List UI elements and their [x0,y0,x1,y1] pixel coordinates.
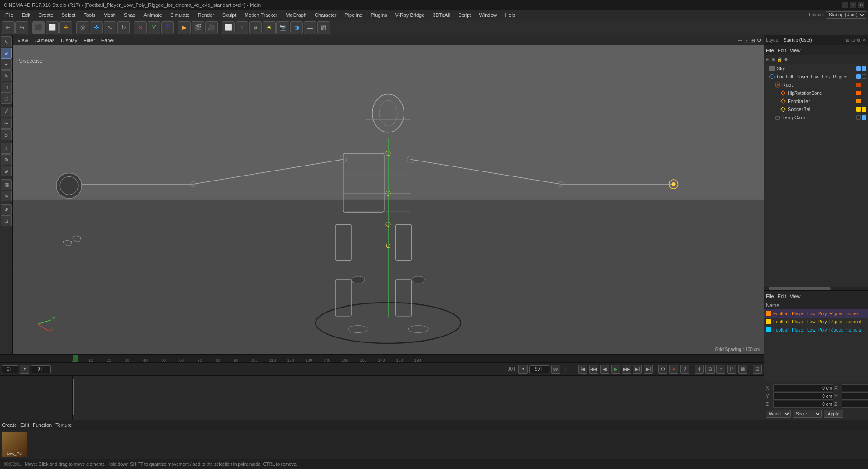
lock-x-button[interactable]: ✕ [134,21,147,34]
menu-mograph[interactable]: MoGraph [282,11,310,19]
menu-vray[interactable]: V-Ray Bridge [392,11,429,19]
object-list-scrollbar[interactable] [764,287,868,290]
obj-bottom-menu-view[interactable]: View [790,293,801,299]
floor-button[interactable]: ▬ [304,21,316,34]
minimize-button[interactable]: ─ [842,2,848,8]
object-bottom-helpers[interactable]: Football_Player_Low_Poly_Rigged_helpers [764,326,868,334]
keyframe-all[interactable]: ⊠ [738,365,747,374]
menu-sculpt[interactable]: Sculpt [219,11,240,19]
z-pos-input[interactable]: 0 cm [773,401,833,408]
line-tool[interactable]: ╱ [1,107,12,117]
record-button[interactable]: ● [669,365,678,374]
menu-edit[interactable]: Edit [18,11,34,19]
object-bottom-geom[interactable]: Football_Player_Low_Poly_Rigged_geomet [764,318,868,326]
start-frame-input[interactable] [31,365,51,373]
layers-tool[interactable]: ▦ [1,179,12,190]
pointer-tool[interactable]: ↖ [1,36,12,47]
scale-tool-button[interactable]: ⤡ [104,21,116,34]
menu-select[interactable]: Select [58,11,79,19]
maximize-button[interactable]: □ [850,2,856,8]
vp-menu-display[interactable]: Display [58,37,80,44]
obj-icon-eye[interactable]: 👁 [784,57,789,62]
menu-help[interactable]: Help [502,11,519,19]
menu-tools[interactable]: Tools [80,11,99,19]
apply-button[interactable]: Apply [824,410,843,418]
object-item-sky[interactable]: Sky [764,64,868,73]
go-to-end[interactable]: ▶| [644,365,653,374]
align-tool[interactable]: ⊟ [1,215,12,226]
model-mode-button[interactable]: ⬛ [32,21,45,34]
next-keyframe[interactable]: ▶| [633,365,642,374]
snap-to-frame[interactable]: ✛ [695,365,704,374]
vp-menu-filter[interactable]: Filter [81,37,97,44]
z-scale-input[interactable]: 0 cm [842,401,868,408]
transform-tool[interactable]: ↺ [1,204,12,215]
obj-bottom-menu-edit[interactable]: Edit [778,293,786,299]
panel-icon-4[interactable]: ✕ [863,38,866,43]
timeline-expand[interactable]: ⊡ [753,365,762,374]
object-item-tempcam[interactable]: TempCam [764,113,868,122]
lock-z-button[interactable]: Z [161,21,174,34]
obj-menu-file[interactable]: File [766,48,774,53]
playback-expand[interactable]: ▾ [518,365,528,374]
camera-button[interactable]: 📷 [276,21,289,34]
menu-file[interactable]: File [2,11,17,19]
sphere-button[interactable]: ○ [236,21,248,34]
gradient-button[interactable]: ▨ [317,21,330,34]
measure-tool[interactable]: $ [1,129,12,140]
vp-menu-view[interactable]: View [15,37,31,44]
cube-button[interactable]: ⬜ [222,21,235,34]
menu-snap[interactable]: Snap [120,11,139,19]
scene-area[interactable]: Perspective [13,45,764,354]
layout-dropdown[interactable]: Startup (User) [826,11,866,19]
panel-icon-3[interactable]: ⚙ [857,38,861,43]
object-bottom-bones[interactable]: Football_Player_Low_Poly_Rigged_bones [764,309,868,318]
play-forward[interactable]: ▶ [611,365,620,374]
object-item-root[interactable]: Root [764,81,868,89]
object-item-hip[interactable]: HipRotationBone [764,89,868,97]
record-settings[interactable]: ⚙ [658,365,667,374]
spline-tool[interactable]: 〜 [1,118,12,129]
smear-tool[interactable]: ⊚ [1,166,12,176]
fx-tool[interactable]: ✲ [1,191,12,201]
lock-y-button[interactable]: Y [148,21,160,34]
obj-bottom-menu-file[interactable]: File [766,293,774,299]
panel-icon-2[interactable]: ⊡ [851,38,855,43]
rotate-tool-button[interactable]: ↻ [117,21,130,34]
y-pos-input[interactable]: 0 cm [773,392,833,400]
vp-icon-2[interactable]: ⊡ [744,37,749,44]
axis-mode-button[interactable]: ✛ [59,21,72,34]
pen-tool[interactable]: ✎ [1,70,12,81]
object-list-scrollbar-thumb[interactable] [769,287,831,290]
select-tool-button[interactable]: ◎ [76,21,89,34]
magnet-tool[interactable]: ⊛ [1,154,12,165]
obj-icon-2[interactable]: ⊞ [771,57,775,62]
vp-icon-3[interactable]: ⊞ [750,37,755,44]
frame-input-expand[interactable]: ▾ [20,365,29,374]
x-pos-input[interactable]: 0 cm [773,384,833,391]
x-scale-input[interactable]: 0 cm [842,384,868,391]
menu-3dtoall[interactable]: 3DToAll [429,11,454,19]
object-item-footballer[interactable]: Footballer [764,97,868,105]
vp-menu-cameras[interactable]: Cameras [32,37,58,44]
pose-morph[interactable]: P [727,365,736,374]
obj-icon-1[interactable]: ⊛ [766,57,769,62]
vp-menu-panel[interactable]: Panel [99,37,117,44]
ik-button[interactable]: ⊞ [705,365,715,374]
close-button[interactable]: ✕ [858,2,864,8]
interactive-render[interactable]: 🎥 [205,21,218,34]
menu-simulate[interactable]: Simulate [167,11,193,19]
material-thumbnail[interactable]: Low_Pol [2,432,27,457]
eraser-tool[interactable]: ◻ [1,82,12,93]
object-list[interactable]: Sky Football_Player_Low_Poly_Rigged [764,64,868,287]
obj-menu-view[interactable]: View [790,48,801,53]
render-to-picture-viewer[interactable]: 🎬 [192,21,204,34]
y-scale-input[interactable]: 0 cm [842,392,868,400]
object-list-bottom[interactable]: Football_Player_Low_Poly_Rigged_bones Fo… [764,309,868,382]
vp-icon-1[interactable]: ⊹ [738,37,742,44]
paint-tool[interactable]: ⬡ [1,93,12,104]
help-button[interactable]: ? [680,365,689,374]
obj-icon-lock[interactable]: 🔒 [777,57,782,62]
motion-path[interactable]: ○ [716,365,725,374]
play-back[interactable]: ◀ [600,365,609,374]
